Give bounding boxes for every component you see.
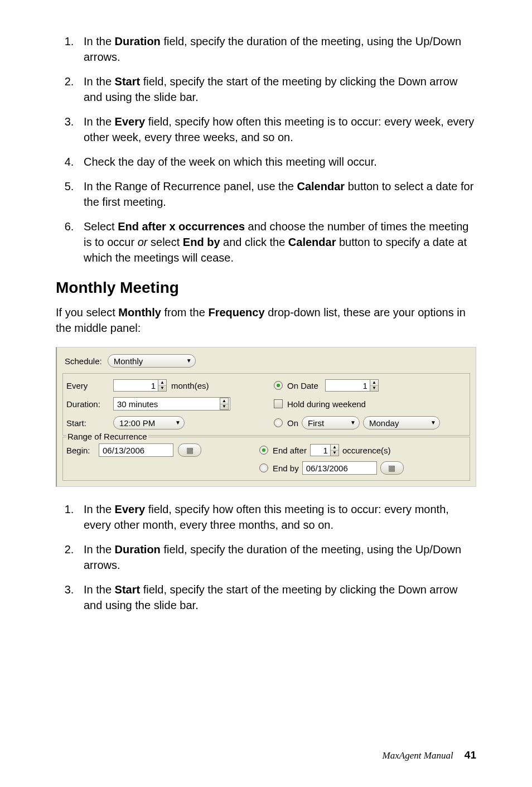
on-label: On <box>287 418 298 428</box>
field-name: Calendar <box>288 236 336 248</box>
text: field, specify the start of the meeting … <box>84 75 457 103</box>
range-of-recurrence: Range of Recurrence Begin: 06/13/2006 ▦ <box>62 437 470 481</box>
page-number: 41 <box>465 749 476 761</box>
spinner-value: 1 <box>113 379 158 392</box>
section-heading: Monthly Meeting <box>56 279 476 297</box>
arrow-up-icon[interactable]: ▲ <box>370 380 378 386</box>
step-5: In the Range of Recurrence panel, use th… <box>77 178 476 210</box>
step-6: Select End after x occurrences and choos… <box>77 219 476 265</box>
text: In the <box>84 543 115 556</box>
step-2: In the Start field, specify the start of… <box>77 74 476 105</box>
field-name: Calendar <box>297 180 345 192</box>
chevron-down-icon: ▼ <box>431 420 436 426</box>
spinner-buttons[interactable]: ▲▼ <box>330 444 339 456</box>
every-label: Every <box>66 381 113 390</box>
duration-value: 30 minutes <box>117 399 158 409</box>
step-3: In the Every field, specify how often th… <box>77 114 476 145</box>
start-label: Start: <box>66 418 113 428</box>
hold-weekend-label: Hold during weekend <box>287 399 366 409</box>
spinner-buttons[interactable]: ▲▼ <box>158 379 167 392</box>
page-footer: MaxAgent Manual 41 <box>383 749 476 761</box>
field-name: Monthly <box>118 306 161 318</box>
chevron-down-icon: ▼ <box>175 420 181 426</box>
chevron-down-icon: ▼ <box>186 358 192 364</box>
every-unit: month(es) <box>171 381 209 390</box>
text: In the Range of Recurrence panel, use th… <box>84 180 297 192</box>
text: In the <box>84 115 115 128</box>
text-italic: or <box>138 236 148 248</box>
step-1: In the Duration field, specify the durat… <box>77 33 476 65</box>
calendar-icon: ▦ <box>388 463 395 472</box>
start-combo[interactable]: 12:00 PM ▼ <box>113 416 185 429</box>
combo-value: Monthly <box>114 356 143 366</box>
spinner-buttons[interactable]: ▲▼ <box>220 398 229 410</box>
combo-value: Monday <box>369 418 399 428</box>
field-value: 06/13/2006 <box>306 463 348 473</box>
text: Check the day of the week on which this … <box>84 156 377 168</box>
range-title: Range of Recurrence <box>66 432 148 441</box>
text: In the <box>84 35 115 47</box>
end-by-calendar-button[interactable]: ▦ <box>380 461 404 475</box>
monthly-steps-list: In the Every field, specify how often th… <box>56 501 476 613</box>
field-name: Duration <box>115 543 161 556</box>
field-name: Start <box>115 583 141 596</box>
spinner-value: 1 <box>325 379 370 392</box>
end-after-unit: occurence(s) <box>342 446 391 455</box>
field-name: Every <box>115 503 146 515</box>
field-name: Start <box>115 75 141 88</box>
field-name: Duration <box>115 35 161 47</box>
end-by-radio[interactable] <box>259 463 268 472</box>
end-after-radio[interactable] <box>259 446 268 455</box>
end-by-date-field[interactable]: 06/13/2006 <box>302 461 377 475</box>
arrow-up-icon[interactable]: ▲ <box>158 380 166 386</box>
text: In the <box>84 583 115 596</box>
end-by-label: End by <box>273 463 299 473</box>
arrow-down-icon[interactable]: ▼ <box>331 451 338 456</box>
step-2: In the Duration field, specify the durat… <box>77 542 476 573</box>
spinner-buttons[interactable]: ▲▼ <box>370 379 379 392</box>
text: In the <box>84 503 115 515</box>
combo-value: First <box>308 418 324 428</box>
text: field, specify the start of the meeting … <box>84 583 457 611</box>
on-date-spinner[interactable]: 1 ▲▼ <box>325 379 379 392</box>
on-date-radio[interactable] <box>274 381 283 390</box>
frequency-grid: Every 1 ▲▼ month(es) On Date 1 ▲▼ <box>62 373 470 436</box>
text: Select <box>84 220 118 233</box>
step-4: Check the day of the week on which this … <box>77 154 476 170</box>
step-1: In the Every field, specify how often th… <box>77 501 476 533</box>
on-date-label: On Date <box>287 381 318 390</box>
arrow-down-icon[interactable]: ▼ <box>370 386 378 392</box>
end-after-label: End after <box>273 446 307 455</box>
intro-paragraph: If you select Monthly from the Frequency… <box>56 305 476 336</box>
combo-value: 12:00 PM <box>119 418 155 428</box>
step-3: In the Start field, specify the start of… <box>77 582 476 613</box>
arrow-down-icon[interactable]: ▼ <box>158 386 166 392</box>
on-radio[interactable] <box>274 418 283 427</box>
schedule-label: Schedule: <box>65 356 102 366</box>
hold-weekend-checkbox[interactable] <box>274 399 283 408</box>
arrow-up-icon[interactable]: ▲ <box>331 445 338 451</box>
arrow-up-icon[interactable]: ▲ <box>220 398 228 404</box>
recurrence-panel: Schedule: Monthly ▼ Every 1 ▲▼ month(es) <box>56 347 476 487</box>
schedule-combo[interactable]: Monthly ▼ <box>108 354 196 368</box>
field-name: Every <box>115 115 146 128</box>
arrow-down-icon[interactable]: ▼ <box>220 404 228 410</box>
text: from the <box>161 306 208 318</box>
field-name: Frequency <box>208 306 264 318</box>
text: In the <box>84 75 115 88</box>
duration-field[interactable]: 30 minutes ▲▼ <box>113 397 230 411</box>
field-name: End after x occurrences <box>118 220 245 233</box>
footer-title: MaxAgent Manual <box>383 750 453 761</box>
duration-label: Duration: <box>66 399 113 409</box>
calendar-icon: ▦ <box>186 446 194 455</box>
day-combo[interactable]: Monday ▼ <box>363 416 440 429</box>
ordinal-combo[interactable]: First ▼ <box>302 416 360 429</box>
weekly-steps-list: In the Duration field, specify the durat… <box>56 33 476 265</box>
every-spinner[interactable]: 1 ▲▼ <box>113 379 167 392</box>
text: and click the <box>220 236 288 248</box>
begin-calendar-button[interactable]: ▦ <box>178 443 201 457</box>
end-after-spinner[interactable]: 1 ▲▼ <box>310 444 339 456</box>
spinner-value: 1 <box>310 444 330 456</box>
field-name: End by <box>183 236 220 248</box>
begin-date-field[interactable]: 06/13/2006 <box>99 443 173 457</box>
